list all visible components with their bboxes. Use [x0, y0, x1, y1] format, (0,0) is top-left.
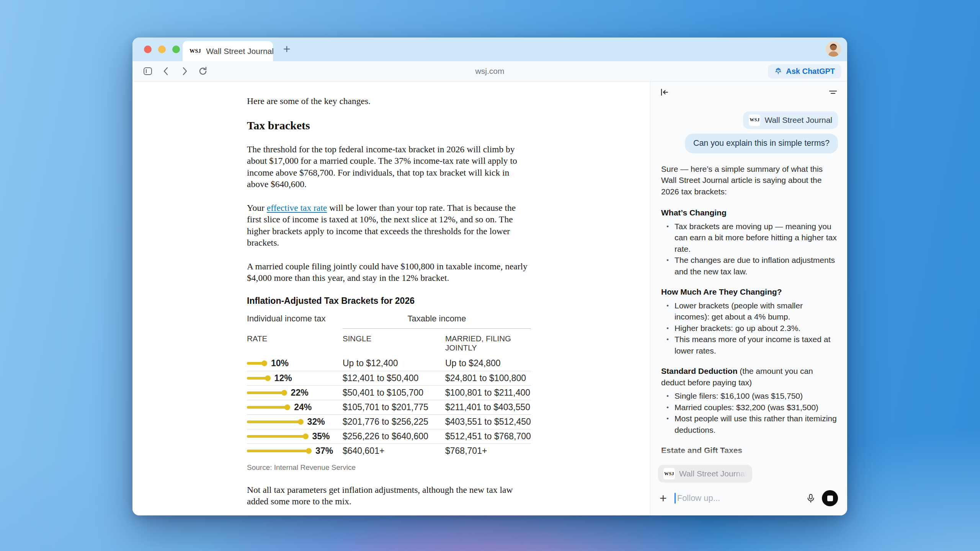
- openai-logo-icon: [774, 67, 782, 75]
- rate-value: 35%: [312, 431, 330, 442]
- article-paragraph: The threshold for the top federal income…: [247, 143, 531, 190]
- column-header-married: MARRIED, FILING JOINTLY: [445, 334, 531, 352]
- column-header-single: SINGLE: [343, 334, 445, 352]
- reply-bullet: Married couples: $32,200 (was $31,500): [661, 402, 838, 413]
- table-row: 24%$105,701 to $201,775$211,401 to $403,…: [247, 400, 531, 414]
- article-paragraph: A married couple filing jointly could ha…: [247, 261, 531, 284]
- married-range: $100,801 to $211,400: [445, 388, 531, 398]
- table-row: 22%$50,401 to $105,700$100,801 to $211,4…: [247, 385, 531, 400]
- reply-section-heading: What’s Changing: [661, 207, 838, 218]
- rate-value: 12%: [274, 373, 292, 383]
- wsj-favicon: WSJ: [189, 48, 201, 54]
- reply-bullet: Higher brackets: go up about 2.3%.: [661, 323, 838, 334]
- table-title: Inflation-Adjusted Tax Brackets for 2026: [247, 296, 531, 306]
- article-paragraph: Not all tax parameters get inflation adj…: [247, 484, 531, 507]
- reload-icon[interactable]: [198, 66, 208, 76]
- reply-bullet: Estate tax exclusion: $15 million (up fr…: [661, 458, 838, 464]
- tab-title: Wall Street Journal: [206, 47, 274, 56]
- married-range: $211,401 to $403,550: [445, 402, 531, 412]
- forward-icon[interactable]: [180, 66, 189, 76]
- article-paragraph: Here are some of the key changes.: [247, 95, 531, 107]
- tab-strip: WSJ Wall Street Journal +: [132, 37, 847, 61]
- table-source: Source: Internal Revenue Service: [247, 463, 531, 472]
- back-icon[interactable]: [161, 66, 171, 76]
- wsj-favicon: WSJ: [663, 468, 675, 479]
- user-message: Can you explain this in simple terms?: [685, 134, 838, 153]
- attach-plus-icon[interactable]: +: [660, 493, 667, 504]
- rate-bar-dot: [306, 448, 312, 454]
- chat-options-icon[interactable]: [828, 87, 838, 97]
- rate-bar: [247, 450, 308, 452]
- rate-value: 32%: [307, 417, 325, 427]
- reply-bullet-list: Estate tax exclusion: $15 million (up fr…: [661, 458, 838, 464]
- zoom-window-button[interactable]: [172, 46, 180, 53]
- rate-bar-dot: [303, 434, 309, 439]
- reply-section-heading: Estate and Gift Taxes: [661, 445, 838, 456]
- single-range: Up to $12,400: [343, 358, 445, 368]
- context-chip-wsj[interactable]: WSJ Wall Street Journal: [743, 111, 838, 129]
- single-range: $201,776 to $256,225: [343, 417, 445, 427]
- rate-bar-dot: [284, 404, 290, 410]
- composer-chip-label: Wall Street Journal: [679, 469, 747, 478]
- rate-bar-dot: [261, 360, 267, 366]
- chatgpt-sidebar: WSJ Wall Street Journal Can you explain …: [650, 82, 847, 515]
- wsj-favicon: WSJ: [749, 114, 760, 126]
- married-range: $403,551 to $512,450: [445, 417, 531, 427]
- close-window-button[interactable]: [144, 46, 152, 53]
- rate-bar: [247, 377, 267, 380]
- article-pane[interactable]: Here are some of the key changes. Tax br…: [132, 82, 650, 515]
- reply-section-heading: How Much Are They Changing?: [661, 286, 838, 298]
- tab-wall-street-journal[interactable]: WSJ Wall Street Journal: [183, 41, 273, 61]
- tax-table-rows: 10%Up to $12,400Up to $24,80012%$12,401 …: [247, 356, 531, 458]
- reply-section: Estate and Gift TaxesEstate tax exclusio…: [661, 445, 838, 463]
- stop-button[interactable]: [822, 490, 838, 506]
- rate-bar: [247, 391, 283, 394]
- chat-scroll-area[interactable]: WSJ Wall Street Journal Can you explain …: [650, 103, 847, 463]
- table-group-headers: Individual income tax Taxable income: [247, 314, 531, 329]
- browser-toolbar: wsj.com Ask ChatGPT: [132, 61, 847, 82]
- sidebar-header: [650, 82, 847, 103]
- reply-bullet: The changes are due to inflation adjustm…: [661, 254, 838, 277]
- group-header-left: Individual income tax: [247, 314, 343, 329]
- table-row: 35%$256,226 to $640,600$512,451 to $768,…: [247, 429, 531, 443]
- reply-bullet: This means more of your income is taxed …: [661, 334, 838, 356]
- effective-tax-rate-link[interactable]: effective tax rate: [267, 203, 327, 213]
- rate-value: 10%: [271, 358, 289, 368]
- collapse-sidebar-icon[interactable]: [660, 87, 670, 97]
- reply-section: Standard Deduction (the amount you can d…: [661, 365, 838, 435]
- single-range: $105,701 to $201,775: [343, 402, 445, 412]
- reply-bullet: Tax brackets are moving up — meaning you…: [661, 221, 838, 255]
- rate-value: 22%: [291, 388, 309, 398]
- address-url[interactable]: wsj.com: [475, 67, 505, 76]
- rate-bar: [247, 362, 263, 365]
- minimize-window-button[interactable]: [158, 46, 166, 53]
- reply-bullet-list: Single filers: $16,100 (was $15,750)Marr…: [661, 390, 838, 435]
- married-range: $768,701+: [445, 446, 531, 456]
- rate-cell: 32%: [247, 417, 343, 427]
- new-tab-button[interactable]: +: [280, 43, 293, 56]
- stop-icon: [827, 496, 833, 501]
- single-range: $12,401 to $50,400: [343, 373, 445, 383]
- tax-brackets-table: Inflation-Adjusted Tax Brackets for 2026…: [247, 296, 531, 472]
- rate-value: 37%: [315, 446, 333, 456]
- married-range: Up to $24,800: [445, 358, 531, 368]
- assistant-sections: What’s ChangingTax brackets are moving u…: [661, 207, 838, 463]
- profile-avatar[interactable]: [826, 41, 841, 57]
- table-row: 32%$201,776 to $256,225$403,551 to $512,…: [247, 414, 531, 429]
- composer-context-chip[interactable]: WSJ Wall Street Journal: [658, 465, 752, 483]
- reply-bullet: Lower brackets (people with smaller inco…: [661, 300, 838, 323]
- ask-chatgpt-label: Ask ChatGPT: [786, 67, 835, 76]
- rate-cell: 35%: [247, 431, 343, 442]
- reply-section: How Much Are They Changing?Lower bracket…: [661, 286, 838, 356]
- rate-cell: 22%: [247, 388, 343, 398]
- rate-cell: 37%: [247, 446, 343, 456]
- sidebar-toggle-icon[interactable]: [143, 66, 153, 76]
- married-range: $512,451 to $768,700: [445, 431, 531, 442]
- followup-input[interactable]: Follow up...: [677, 493, 720, 503]
- rate-value: 24%: [294, 402, 312, 412]
- text-cursor: [675, 493, 676, 504]
- table-row: 12%$12,401 to $50,400$24,801 to $100,800: [247, 371, 531, 385]
- ask-chatgpt-button[interactable]: Ask ChatGPT: [768, 64, 841, 78]
- microphone-icon[interactable]: [806, 493, 816, 503]
- avatar-image: [826, 41, 841, 57]
